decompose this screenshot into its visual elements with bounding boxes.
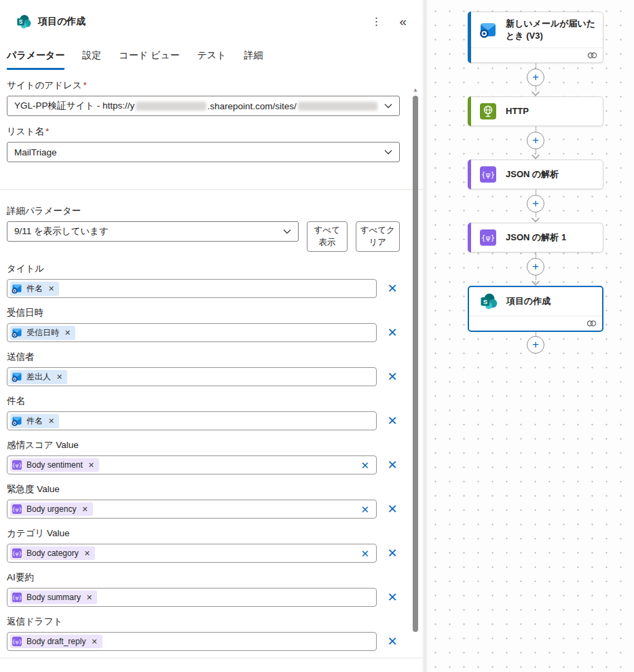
link-icon [586, 320, 597, 327]
flow-node-new-email-trigger[interactable]: 新しいメールが届いたとき (V3) [468, 12, 603, 63]
chip-remove-icon[interactable]: ✕ [86, 593, 92, 602]
node-footer [469, 316, 602, 331]
clear-field-icon[interactable]: ✕ [385, 282, 400, 295]
chip-remove-icon[interactable]: ✕ [88, 461, 94, 470]
draft-reply-field[interactable]: {ψ} Body draft_reply ✕ [7, 632, 377, 651]
clear-field-icon[interactable]: ✕ [385, 591, 400, 603]
svg-text:{ψ}: {ψ} [12, 639, 22, 645]
param-label-title: タイトル [7, 263, 400, 275]
scrollbar-thumb[interactable] [413, 96, 418, 632]
token-parameters: タイトル 件名 ✕ ✕ 受信 [7, 263, 400, 658]
token-chip[interactable]: 差出人 ✕ [10, 370, 67, 384]
chevron-down-icon [283, 229, 291, 234]
chevron-down-icon [384, 103, 392, 109]
advanced-parameters-row: 9/11 を表示しています すべて表示 すべてクリア [7, 221, 400, 252]
subject-field[interactable]: 件名 ✕ [7, 411, 377, 430]
clear-field-icon[interactable]: ✕ [385, 326, 400, 339]
flow-node-create-item[interactable]: S 項目の作成 [468, 286, 603, 332]
scroll-up-icon[interactable]: ▲ [411, 87, 419, 95]
insert-step-button[interactable]: + [527, 195, 544, 212]
sharepoint-icon: S [480, 293, 498, 310]
arrow-down-icon [531, 217, 540, 223]
param-row: {ψ} Body category ✕ ✕ ✕ [7, 544, 400, 563]
token-chip[interactable]: {ψ} Body sentiment ✕ [10, 458, 99, 472]
param-label-sender: 送信者 [7, 351, 400, 363]
param-label-sentiment: 感情スコア Value [7, 439, 400, 451]
token-chip[interactable]: {ψ} Body summary ✕ [10, 591, 97, 604]
parse-json-icon: {ψ} [12, 504, 22, 515]
sender-field[interactable]: 差出人 ✕ [7, 367, 377, 386]
tab-test[interactable]: テスト [198, 50, 227, 70]
token-chip[interactable]: {ψ} Body category ✕ [10, 546, 95, 560]
node-accent-stripe [468, 12, 471, 63]
tab-details[interactable]: 詳細 [244, 50, 263, 70]
clear-value-icon[interactable]: ✕ [360, 504, 369, 515]
chip-remove-icon[interactable]: ✕ [91, 637, 97, 646]
category-field[interactable]: {ψ} Body category ✕ ✕ [7, 544, 377, 563]
clear-field-icon[interactable]: ✕ [385, 547, 400, 559]
chip-remove-icon[interactable]: ✕ [81, 505, 88, 514]
advanced-parameters-dropdown[interactable]: 9/11 を表示しています [7, 221, 299, 242]
sentiment-field[interactable]: {ψ} Body sentiment ✕ ✕ [7, 455, 377, 474]
insert-step-button[interactable]: + [527, 69, 544, 86]
node-footer [468, 48, 603, 62]
parse-json-icon: {ψ} [479, 166, 497, 183]
clear-field-icon[interactable]: ✕ [385, 459, 400, 471]
tab-settings[interactable]: 設定 [82, 50, 101, 70]
flow-canvas[interactable]: 新しいメールが届いたとき (V3) + [424, 0, 634, 672]
chip-remove-icon[interactable]: ✕ [48, 284, 54, 293]
panel-scrollbar[interactable]: ▲ [411, 87, 419, 672]
clear-value-icon[interactable]: ✕ [360, 460, 369, 470]
flow-node-parse-json[interactable]: {ψ} JSON の解析 [468, 160, 603, 189]
clear-field-icon[interactable]: ✕ [385, 635, 400, 648]
outlook-icon [12, 327, 22, 338]
parse-json-icon: {ψ} [479, 229, 497, 246]
connector: + [527, 189, 544, 223]
chip-remove-icon[interactable]: ✕ [64, 329, 71, 337]
clear-value-icon[interactable]: ✕ [360, 548, 369, 559]
connector: + [527, 253, 544, 286]
clear-all-button[interactable]: すべてクリア [356, 221, 400, 252]
param-row: 件名 ✕ ✕ [7, 279, 400, 298]
flow-node-http[interactable]: HTTP [468, 96, 603, 126]
tab-code-view[interactable]: コード ビュー [119, 50, 179, 70]
param-label-draft-reply: 返信ドラフト [7, 616, 400, 628]
received-field[interactable]: 受信日時 ✕ [7, 323, 377, 342]
token-chip[interactable]: {ψ} Body draft_reply ✕ [10, 635, 102, 648]
node-title: JSON の解析 [506, 168, 559, 181]
flow-column: 新しいメールが届いたとき (V3) + [467, 12, 604, 354]
collapse-panel-icon[interactable]: « [395, 14, 411, 29]
list-name-value: MailTriage [14, 147, 379, 157]
show-all-button[interactable]: すべて表示 [307, 221, 348, 252]
flow-node-parse-json-1[interactable]: {ψ} JSON の解析 1 [468, 223, 603, 253]
site-address-dropdown[interactable]: YGL-PP検証サイト - https://y .sharepoint.com/… [7, 96, 400, 116]
insert-step-button[interactable]: + [527, 258, 544, 276]
clear-field-icon[interactable]: ✕ [385, 415, 400, 427]
tab-parameters[interactable]: パラメーター [7, 50, 64, 70]
chip-remove-icon[interactable]: ✕ [48, 417, 54, 426]
title-field[interactable]: 件名 ✕ [7, 279, 377, 298]
insert-step-button[interactable]: + [527, 132, 544, 149]
param-label-urgency: 緊急度 Value [7, 483, 400, 496]
token-chip[interactable]: 件名 ✕ [10, 414, 59, 428]
summary-field[interactable]: {ψ} Body summary ✕ [7, 588, 377, 607]
add-step-button[interactable]: + [527, 336, 544, 354]
urgency-field[interactable]: {ψ} Body urgency ✕ ✕ [7, 500, 377, 519]
list-name-dropdown[interactable]: MailTriage [7, 142, 400, 162]
token-chip[interactable]: 受信日時 ✕ [10, 326, 75, 340]
clear-field-icon[interactable]: ✕ [385, 503, 400, 515]
chip-remove-icon[interactable]: ✕ [56, 373, 62, 381]
advanced-parameters-label: 詳細パラメーター [7, 205, 400, 217]
token-chip[interactable]: 件名 ✕ [10, 282, 59, 296]
parse-json-icon: {ψ} [12, 460, 22, 470]
more-menu-icon[interactable]: ⋮ [367, 15, 386, 29]
tab-bar: パラメーター 設定 コード ビュー テスト 詳細 [0, 50, 423, 70]
connector: + [527, 332, 544, 354]
token-chip[interactable]: {ψ} Body urgency ✕ [10, 502, 93, 516]
param-row: {ψ} Body urgency ✕ ✕ ✕ [7, 500, 400, 519]
parse-json-icon: {ψ} [12, 636, 22, 647]
chip-remove-icon[interactable]: ✕ [84, 549, 90, 558]
clear-field-icon[interactable]: ✕ [385, 371, 400, 383]
param-row: 受信日時 ✕ ✕ [7, 323, 400, 342]
sharepoint-icon: S [16, 14, 31, 29]
